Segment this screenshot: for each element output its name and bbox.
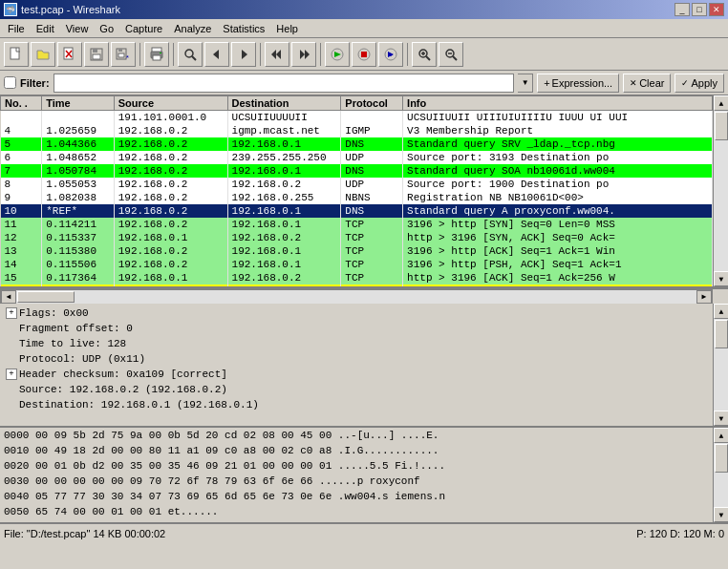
table-row[interactable]: 10*REF*192.168.0.2192.168.0.1DNSStandard… (1, 204, 713, 218)
table-cell: 0.120478 (42, 284, 115, 286)
hscroll-thumb[interactable] (17, 291, 75, 303)
table-row[interactable]: 191.101.0001.0UCSUIIUUUUIIUCSUIIUUII UII… (1, 111, 713, 125)
table-cell (42, 111, 115, 125)
capture-start-button[interactable] (325, 42, 350, 67)
hex-scroll-up[interactable]: ▲ (714, 428, 728, 443)
table-cell: [TCP Window Update] http > 3196 W (403, 284, 713, 286)
table-cell: 192.168.0.1 (227, 258, 341, 271)
menu-edit[interactable]: Edit (31, 21, 60, 36)
table-row[interactable]: 81.055053192.168.0.2192.168.0.2UDPSource… (1, 178, 713, 191)
table-row[interactable]: 91.082038192.168.0.2192.168.0.255NBNSReg… (1, 191, 713, 204)
hscroll-track (16, 290, 696, 304)
svg-rect-5 (93, 49, 97, 53)
menu-go[interactable]: Go (94, 21, 119, 36)
hscroll-right-button[interactable]: ▶ (696, 290, 712, 304)
detail-line[interactable]: +Flags: 0x00 (4, 306, 709, 321)
hscroll-left-button[interactable]: ◀ (1, 290, 16, 304)
filter-input[interactable] (54, 74, 515, 93)
open-button[interactable] (31, 42, 55, 67)
detail-vscrollbar: ▲ ▼ (713, 304, 728, 426)
detail-scroll-down[interactable]: ▼ (714, 411, 728, 426)
capture-stop-button[interactable] (352, 42, 376, 67)
detail-text: Protocol: UDP (0x11) (19, 353, 145, 365)
detail-scroll-up[interactable]: ▲ (714, 304, 728, 319)
table-cell: http > 3196 [ACK] Seq=1 Ack=256 W (403, 271, 713, 284)
table-cell: Source port: 3193 Destination po (403, 151, 713, 164)
menu-statistics[interactable]: Statistics (217, 21, 270, 36)
filter-checkbox[interactable] (4, 76, 16, 89)
table-row[interactable]: 71.050784192.168.0.2192.168.0.1DNSStanda… (1, 164, 713, 178)
table-cell: 192.168.0.2 (114, 191, 227, 204)
table-cell: 0.114211 (42, 218, 115, 231)
table-cell: 3196 > http [SYN] Seq=0 Len=0 MSS (403, 218, 713, 231)
table-cell: 192.168.0.1 (227, 244, 341, 258)
table-row[interactable]: 41.025659192.168.0.2igmp.mcast.netIGMPV3… (1, 124, 713, 137)
table-cell: TCP (341, 218, 403, 231)
scroll-thumb[interactable] (715, 112, 728, 140)
svg-marker-18 (242, 50, 247, 59)
expression-button[interactable]: + Expression... (537, 74, 619, 93)
packet-list-body: 191.101.0001.0UCSUIIUUUUIIUCSUIIUUII UII… (1, 111, 713, 287)
menu-help[interactable]: Help (270, 21, 304, 36)
detail-scroll-thumb[interactable] (715, 320, 728, 348)
scroll-up-button[interactable]: ▲ (714, 95, 728, 111)
svg-marker-20 (271, 50, 276, 59)
table-cell: 192.168.0.2 (114, 137, 227, 151)
table-cell: 192.168.0.2 (114, 244, 227, 258)
close-button[interactable]: ✕ (709, 3, 724, 16)
table-cell: 1.055053 (42, 178, 115, 191)
hex-scroll-down[interactable]: ▼ (714, 507, 728, 522)
go-first-button[interactable] (265, 42, 289, 67)
save-button[interactable] (84, 42, 109, 67)
menu-analyze[interactable]: Analyze (168, 21, 217, 36)
menu-file[interactable]: File (2, 21, 31, 36)
table-row[interactable]: 61.048652192.168.0.2239.255.255.250UDPSo… (1, 151, 713, 164)
hex-scroll-thumb[interactable] (715, 444, 728, 473)
next-button[interactable] (231, 42, 256, 67)
filter-bar: Filter: ▼ + Expression... ✕ Clear ✓ Appl… (0, 71, 728, 95)
svg-rect-13 (153, 55, 161, 60)
print-button[interactable] (144, 42, 169, 67)
table-cell: DNS (341, 137, 403, 151)
apply-button[interactable]: ✓ Apply (674, 74, 724, 93)
prev-button[interactable] (204, 42, 229, 67)
svg-rect-0 (11, 48, 19, 59)
svg-text:*: * (125, 53, 130, 62)
table-row[interactable]: 110.114211192.168.0.2192.168.0.1TCP3196 … (1, 218, 713, 231)
detail-line[interactable]: +Header checksum: 0xa109 [correct] (4, 367, 709, 382)
scroll-down-button[interactable]: ▼ (714, 271, 728, 286)
go-last-button[interactable] (291, 42, 316, 67)
save-as-button[interactable]: * (111, 42, 136, 67)
table-row[interactable]: 140.115506192.168.0.2192.168.0.1TCP3196 … (1, 258, 713, 271)
table-cell: 192.168.0.2 (227, 284, 341, 286)
detail-text: Flags: 0x00 (19, 307, 89, 319)
zoom-in-button[interactable] (412, 42, 437, 67)
close-file-button[interactable] (57, 42, 82, 67)
table-row[interactable]: 130.115380192.168.0.2192.168.0.1TCP3196 … (1, 244, 713, 258)
minimize-button[interactable]: _ (674, 3, 690, 16)
table-row[interactable]: 160.120478192.168.0.1192.168.0.2TCP[TCP … (1, 284, 713, 286)
zoom-out-button[interactable] (439, 42, 463, 67)
table-cell: 192.168.0.1 (114, 271, 227, 284)
clear-button[interactable]: ✕ Clear (623, 74, 671, 93)
find-button[interactable] (178, 42, 203, 67)
filter-dropdown-arrow[interactable]: ▼ (518, 74, 533, 93)
packet-table: No. . Time Source Destination Protocol I… (0, 95, 713, 286)
table-row[interactable]: 51.044366192.168.0.2192.168.0.1DNSStanda… (1, 137, 713, 151)
window-title: test.pcap - Wireshark (21, 4, 120, 15)
new-button[interactable] (4, 42, 29, 67)
table-cell: 6 (1, 151, 42, 164)
menu-capture[interactable]: Capture (119, 21, 168, 36)
table-cell: 192.168.0.2 (227, 178, 341, 191)
menu-view[interactable]: View (60, 21, 95, 36)
table-cell: 9 (1, 191, 42, 204)
filter-label: Filter: (20, 77, 50, 89)
maximize-button[interactable]: □ (692, 3, 707, 16)
table-row[interactable]: 120.115337192.168.0.1192.168.0.2TCPhttp … (1, 231, 713, 244)
packet-detail: +Flags: 0x00Fragment offset: 0Time to li… (0, 304, 713, 426)
detail-expander[interactable]: + (6, 369, 17, 380)
capture-restart-button[interactable] (378, 42, 403, 67)
table-header: No. . Time Source Destination Protocol I… (1, 96, 713, 111)
table-row[interactable]: 150.117364192.168.0.1192.168.0.2TCPhttp … (1, 271, 713, 284)
detail-expander[interactable]: + (6, 307, 17, 319)
